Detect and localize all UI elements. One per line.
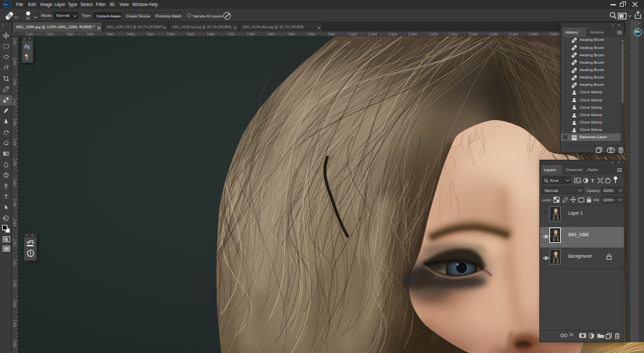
svg-text:T: T: [4, 193, 8, 200]
